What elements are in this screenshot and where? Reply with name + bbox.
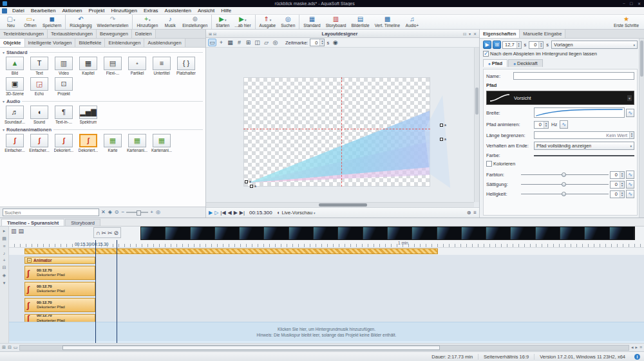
- timeline-thumbnail[interactable]: [412, 227, 437, 239]
- toolbox-tab[interactable]: Objekte: [0, 39, 25, 47]
- track-list-icon[interactable]: ≡: [3, 244, 5, 248]
- timeline-thumbnail[interactable]: [536, 227, 560, 239]
- skip-start-icon[interactable]: |◀: [220, 210, 225, 216]
- cut-icon[interactable]: ✂: [101, 230, 106, 236]
- view-standard-button[interactable]: ▦ Standard: [299, 15, 323, 29]
- timeline-tab[interactable]: Timeline - Spuransicht: [1, 219, 64, 226]
- play-selection-icon[interactable]: ▷: [214, 210, 218, 216]
- guides-icon[interactable]: ⊞: [244, 39, 252, 46]
- path-handle[interactable]: a: [245, 180, 248, 183]
- magnet-icon[interactable]: ∩: [96, 230, 100, 236]
- property-subtab[interactable]: ◈ Deckkraft: [508, 59, 543, 67]
- object-item[interactable]: ◲ Echo: [27, 77, 52, 96]
- track-item[interactable]: ∫ 00:12.70 Dekorierter Pfad: [24, 266, 95, 280]
- step-back-icon[interactable]: ◀: [228, 210, 232, 216]
- offset-spinner[interactable]: 0 ▲▼: [529, 41, 544, 49]
- toolbox-tab[interactable]: Textausblendungen: [48, 30, 97, 38]
- object-item[interactable]: ⊡ Projekt: [52, 77, 76, 96]
- timeline-thumbnail[interactable]: [462, 227, 486, 239]
- track-options-icon[interactable]: ◈: [3, 273, 6, 278]
- property-slider[interactable]: [521, 172, 609, 178]
- keep-background-row[interactable]: Nach dem Abspielen im Hintergrund liegen…: [483, 51, 638, 57]
- view-vertical-timeline-button[interactable]: ▩ Vert. Timeline: [372, 15, 402, 29]
- live-preview-toggle[interactable]: Live-Vorschau ▾: [282, 210, 316, 216]
- end-behavior-dropdown[interactable]: Pfad vollständig anzeigen ▾: [534, 142, 634, 150]
- object-item[interactable]: ∫ Einfacher...: [3, 134, 27, 153]
- add-button[interactable]: + Hinzufügen: [132, 15, 160, 29]
- slider-curve-button[interactable]: ∿: [626, 190, 634, 198]
- expand-tracks-icon[interactable]: ▸: [3, 228, 6, 234]
- filter-icon[interactable]: ◈: [108, 209, 112, 216]
- toolbox-tab[interactable]: Ausblendungen: [144, 39, 185, 47]
- timeline-thumbnail[interactable]: [215, 227, 240, 239]
- tl-scroll-right-icon[interactable]: ▸: [635, 345, 638, 350]
- colorize-row[interactable]: Kolorieren: [486, 161, 634, 167]
- info-icon[interactable]: i: [634, 354, 640, 360]
- timeline-thumbnail[interactable]: [363, 227, 388, 239]
- timeline-thumbnail[interactable]: [240, 227, 264, 239]
- view-storyboard-button[interactable]: ▥ Storyboard: [323, 15, 349, 29]
- properties-tab[interactable]: Manuelle Eingabe: [520, 30, 565, 38]
- timeline-body[interactable]: ▸▤≡♪+⊟◈▾ ▥▤ ∩✂✂⊘ 1 min 00:15.30/00:15.30…: [0, 227, 644, 343]
- snapshot-icon[interactable]: ◉: [331, 39, 339, 46]
- timeline-thumbnail[interactable]: [486, 227, 511, 239]
- dock-icon[interactable]: ⊞: [209, 32, 212, 36]
- path-handle[interactable]: a: [440, 124, 443, 127]
- menu-item[interactable]: Aktionen: [59, 8, 85, 14]
- view-audio-button[interactable]: ♫ Audio+: [402, 15, 422, 29]
- property-subtab[interactable]: ◈ Pfad: [483, 59, 507, 67]
- section-header-audio[interactable]: ▾ Audio: [3, 98, 203, 104]
- name-input[interactable]: [513, 72, 634, 80]
- aspect-icon[interactable]: ▱: [262, 39, 270, 46]
- object-item[interactable]: ▦ Kartenani...: [149, 134, 174, 153]
- menu-item[interactable]: Datei: [9, 8, 28, 14]
- object-item[interactable]: ▣ 3D-Szene: [3, 77, 27, 96]
- razor-off-icon[interactable]: ⊘: [114, 230, 119, 236]
- output-button[interactable]: ⇑ Ausgabe: [255, 15, 279, 29]
- slider-spinner[interactable]: 0 ▲▼: [610, 181, 625, 189]
- toolbox-tab[interactable]: Dateien: [132, 30, 156, 38]
- collapse-group-icon[interactable]: −: [27, 258, 32, 263]
- film-icon[interactable]: ▥: [11, 228, 17, 234]
- menu-item[interactable]: Assistenten: [162, 8, 194, 14]
- object-item[interactable]: ▂▅▇ Spektrum: [76, 106, 100, 124]
- menu-item[interactable]: Extras: [140, 8, 162, 14]
- object-item[interactable]: ≡ Untertitel: [149, 57, 174, 75]
- timeline-selection-bar[interactable]: [24, 248, 438, 254]
- toolbox-tab[interactable]: Bewegungen: [97, 30, 132, 38]
- object-item[interactable]: ▦ Kartenani...: [125, 134, 149, 153]
- snap-icon[interactable]: #: [235, 39, 243, 46]
- property-slider[interactable]: [521, 191, 609, 198]
- slider-spinner[interactable]: 0 ▲▼: [610, 190, 625, 198]
- apply-button[interactable]: ▶: [483, 41, 491, 49]
- timeline-thumbnail[interactable]: [191, 227, 215, 239]
- close-button[interactable]: ✕: [638, 1, 641, 6]
- color-strip[interactable]: [534, 155, 634, 156]
- timeline-thumbnail[interactable]: [388, 227, 412, 239]
- width-curve-editor[interactable]: [534, 107, 625, 118]
- menu-item[interactable]: Ansicht: [194, 8, 218, 14]
- search-input[interactable]: [3, 208, 99, 216]
- object-item[interactable]: ♬ Soundauf...: [3, 106, 27, 124]
- pan-tool-icon[interactable]: +: [217, 39, 225, 46]
- collapse-icon[interactable]: ⊟: [3, 265, 6, 270]
- undo-button[interactable]: ↶ Rückgängig: [65, 15, 94, 29]
- tl-menu-icon[interactable]: ≡: [639, 345, 642, 350]
- zoom-in-icon[interactable]: +: [150, 209, 153, 216]
- timeline-tracks[interactable]: − Animator ∫ 00:12.70 Dekorierter Pfad: [9, 255, 644, 343]
- keep-background-checkbox[interactable]: [483, 51, 489, 57]
- settings-button[interactable]: ⊛ Einstellungen: [180, 15, 210, 29]
- zeitmarke-spinner[interactable]: 0 ▲▼: [310, 39, 325, 46]
- playhead-line[interactable]: [95, 240, 96, 343]
- playhead-line-secondary[interactable]: [117, 240, 117, 343]
- redo-button[interactable]: ↷ Wiederherstellen: [95, 15, 131, 29]
- zoom-out-icon[interactable]: −: [122, 209, 125, 216]
- preset-dropdown[interactable]: Vorlagen ▾: [551, 41, 638, 49]
- path-handle[interactable]: a: [440, 138, 443, 141]
- new-button[interactable]: ▢ Neu: [1, 15, 21, 29]
- track-group-header[interactable]: − Animator: [24, 257, 95, 264]
- object-item[interactable]: ▦ Karte: [100, 134, 125, 153]
- designer-canvas[interactable]: a a a a: [206, 48, 479, 207]
- timeline-horizontal-scrollbar[interactable]: [19, 345, 629, 351]
- object-item[interactable]: ∫ Dekoriert...: [52, 134, 76, 153]
